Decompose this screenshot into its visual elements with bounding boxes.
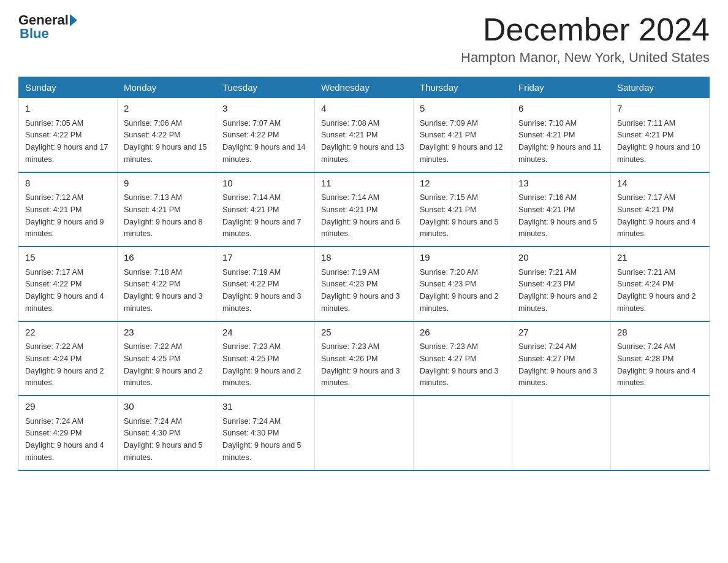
day-number: 20 bbox=[518, 251, 604, 265]
calendar-table: SundayMondayTuesdayWednesdayThursdayFrid… bbox=[18, 77, 710, 471]
day-number: 5 bbox=[420, 102, 506, 116]
day-number: 12 bbox=[420, 177, 506, 191]
calendar-cell: 1Sunrise: 7:05 AMSunset: 4:22 PMDaylight… bbox=[19, 98, 118, 172]
day-number: 14 bbox=[617, 177, 703, 191]
calendar-cell: 11Sunrise: 7:14 AMSunset: 4:21 PMDayligh… bbox=[315, 172, 414, 247]
header: General Blue December 2024 Hampton Manor… bbox=[18, 12, 710, 66]
day-info: Sunrise: 7:24 AMSunset: 4:28 PMDaylight:… bbox=[617, 342, 696, 387]
day-info: Sunrise: 7:23 AMSunset: 4:26 PMDaylight:… bbox=[321, 342, 400, 387]
day-of-week-header: Thursday bbox=[414, 77, 512, 98]
calendar-cell: 8Sunrise: 7:12 AMSunset: 4:21 PMDaylight… bbox=[19, 172, 118, 247]
day-info: Sunrise: 7:17 AMSunset: 4:21 PMDaylight:… bbox=[617, 193, 696, 238]
day-number: 30 bbox=[124, 400, 210, 414]
day-info: Sunrise: 7:18 AMSunset: 4:22 PMDaylight:… bbox=[124, 268, 203, 313]
day-info: Sunrise: 7:22 AMSunset: 4:25 PMDaylight:… bbox=[124, 342, 203, 387]
calendar-week-row: 1Sunrise: 7:05 AMSunset: 4:22 PMDaylight… bbox=[19, 98, 710, 172]
day-number: 7 bbox=[617, 102, 703, 116]
day-number: 8 bbox=[25, 177, 111, 191]
logo-triangle-icon bbox=[70, 14, 77, 26]
calendar-week-row: 22Sunrise: 7:22 AMSunset: 4:24 PMDayligh… bbox=[19, 321, 710, 396]
day-number: 19 bbox=[420, 251, 506, 265]
day-info: Sunrise: 7:14 AMSunset: 4:21 PMDaylight:… bbox=[222, 193, 301, 238]
location-title: Hampton Manor, New York, United States bbox=[461, 50, 710, 66]
calendar-cell bbox=[512, 396, 611, 470]
day-info: Sunrise: 7:14 AMSunset: 4:21 PMDaylight:… bbox=[321, 193, 400, 238]
calendar-cell bbox=[611, 396, 710, 470]
day-info: Sunrise: 7:13 AMSunset: 4:21 PMDaylight:… bbox=[124, 193, 203, 238]
day-info: Sunrise: 7:19 AMSunset: 4:22 PMDaylight:… bbox=[222, 268, 301, 313]
day-info: Sunrise: 7:12 AMSunset: 4:21 PMDaylight:… bbox=[25, 193, 104, 238]
day-info: Sunrise: 7:24 AMSunset: 4:29 PMDaylight:… bbox=[25, 417, 104, 462]
day-number: 27 bbox=[518, 326, 604, 340]
day-of-week-header: Friday bbox=[512, 77, 611, 98]
day-number: 21 bbox=[617, 251, 703, 265]
day-number: 11 bbox=[321, 177, 407, 191]
calendar-cell: 18Sunrise: 7:19 AMSunset: 4:23 PMDayligh… bbox=[315, 247, 414, 321]
day-number: 9 bbox=[124, 177, 210, 191]
day-number: 15 bbox=[25, 251, 111, 265]
logo-blue: Blue bbox=[18, 26, 49, 42]
calendar-cell: 23Sunrise: 7:22 AMSunset: 4:25 PMDayligh… bbox=[118, 321, 216, 396]
calendar-cell: 20Sunrise: 7:21 AMSunset: 4:23 PMDayligh… bbox=[512, 247, 611, 321]
day-info: Sunrise: 7:17 AMSunset: 4:22 PMDaylight:… bbox=[25, 268, 104, 313]
day-info: Sunrise: 7:19 AMSunset: 4:23 PMDaylight:… bbox=[321, 268, 400, 313]
day-number: 2 bbox=[124, 102, 210, 116]
day-info: Sunrise: 7:10 AMSunset: 4:21 PMDaylight:… bbox=[518, 119, 602, 164]
month-title: December 2024 bbox=[461, 12, 710, 47]
day-info: Sunrise: 7:23 AMSunset: 4:27 PMDaylight:… bbox=[420, 342, 499, 387]
calendar-header-row: SundayMondayTuesdayWednesdayThursdayFrid… bbox=[19, 77, 710, 98]
calendar-week-row: 15Sunrise: 7:17 AMSunset: 4:22 PMDayligh… bbox=[19, 247, 710, 321]
calendar-cell: 6Sunrise: 7:10 AMSunset: 4:21 PMDaylight… bbox=[512, 98, 611, 172]
calendar-cell: 24Sunrise: 7:23 AMSunset: 4:25 PMDayligh… bbox=[216, 321, 315, 396]
day-info: Sunrise: 7:24 AMSunset: 4:30 PMDaylight:… bbox=[222, 417, 301, 462]
day-number: 23 bbox=[124, 326, 210, 340]
calendar-cell: 2Sunrise: 7:06 AMSunset: 4:22 PMDaylight… bbox=[118, 98, 216, 172]
title-area: December 2024 Hampton Manor, New York, U… bbox=[461, 12, 710, 66]
day-info: Sunrise: 7:21 AMSunset: 4:23 PMDaylight:… bbox=[518, 268, 597, 313]
calendar-cell: 10Sunrise: 7:14 AMSunset: 4:21 PMDayligh… bbox=[216, 172, 315, 247]
calendar-cell: 16Sunrise: 7:18 AMSunset: 4:22 PMDayligh… bbox=[118, 247, 216, 321]
calendar-cell: 26Sunrise: 7:23 AMSunset: 4:27 PMDayligh… bbox=[414, 321, 512, 396]
calendar-cell: 19Sunrise: 7:20 AMSunset: 4:23 PMDayligh… bbox=[414, 247, 512, 321]
day-number: 31 bbox=[222, 400, 308, 414]
calendar-cell: 30Sunrise: 7:24 AMSunset: 4:30 PMDayligh… bbox=[118, 396, 216, 470]
day-number: 6 bbox=[518, 102, 604, 116]
calendar-cell: 14Sunrise: 7:17 AMSunset: 4:21 PMDayligh… bbox=[611, 172, 710, 247]
day-number: 29 bbox=[25, 400, 111, 414]
day-number: 3 bbox=[222, 102, 308, 116]
calendar-cell: 12Sunrise: 7:15 AMSunset: 4:21 PMDayligh… bbox=[414, 172, 512, 247]
day-of-week-header: Sunday bbox=[19, 77, 118, 98]
calendar-cell: 25Sunrise: 7:23 AMSunset: 4:26 PMDayligh… bbox=[315, 321, 414, 396]
day-info: Sunrise: 7:05 AMSunset: 4:22 PMDaylight:… bbox=[25, 119, 108, 164]
calendar-cell bbox=[414, 396, 512, 470]
calendar-cell bbox=[315, 396, 414, 470]
day-number: 24 bbox=[222, 326, 308, 340]
day-info: Sunrise: 7:22 AMSunset: 4:24 PMDaylight:… bbox=[25, 342, 104, 387]
calendar-cell: 28Sunrise: 7:24 AMSunset: 4:28 PMDayligh… bbox=[611, 321, 710, 396]
day-number: 1 bbox=[25, 102, 111, 116]
day-info: Sunrise: 7:08 AMSunset: 4:21 PMDaylight:… bbox=[321, 119, 404, 164]
day-info: Sunrise: 7:06 AMSunset: 4:22 PMDaylight:… bbox=[124, 119, 207, 164]
day-info: Sunrise: 7:21 AMSunset: 4:24 PMDaylight:… bbox=[617, 268, 696, 313]
day-info: Sunrise: 7:16 AMSunset: 4:21 PMDaylight:… bbox=[518, 193, 597, 238]
calendar-cell: 13Sunrise: 7:16 AMSunset: 4:21 PMDayligh… bbox=[512, 172, 611, 247]
day-info: Sunrise: 7:07 AMSunset: 4:22 PMDaylight:… bbox=[222, 119, 306, 164]
calendar-cell: 21Sunrise: 7:21 AMSunset: 4:24 PMDayligh… bbox=[611, 247, 710, 321]
day-info: Sunrise: 7:20 AMSunset: 4:23 PMDaylight:… bbox=[420, 268, 499, 313]
calendar-cell: 22Sunrise: 7:22 AMSunset: 4:24 PMDayligh… bbox=[19, 321, 118, 396]
day-number: 28 bbox=[617, 326, 703, 340]
calendar-cell: 17Sunrise: 7:19 AMSunset: 4:22 PMDayligh… bbox=[216, 247, 315, 321]
calendar-cell: 4Sunrise: 7:08 AMSunset: 4:21 PMDaylight… bbox=[315, 98, 414, 172]
calendar-cell: 29Sunrise: 7:24 AMSunset: 4:29 PMDayligh… bbox=[19, 396, 118, 470]
calendar-week-row: 8Sunrise: 7:12 AMSunset: 4:21 PMDaylight… bbox=[19, 172, 710, 247]
day-number: 26 bbox=[420, 326, 506, 340]
day-info: Sunrise: 7:09 AMSunset: 4:21 PMDaylight:… bbox=[420, 119, 503, 164]
calendar-cell: 7Sunrise: 7:11 AMSunset: 4:21 PMDaylight… bbox=[611, 98, 710, 172]
calendar-cell: 15Sunrise: 7:17 AMSunset: 4:22 PMDayligh… bbox=[19, 247, 118, 321]
day-number: 22 bbox=[25, 326, 111, 340]
calendar-cell: 3Sunrise: 7:07 AMSunset: 4:22 PMDaylight… bbox=[216, 98, 315, 172]
day-of-week-header: Wednesday bbox=[315, 77, 414, 98]
day-number: 13 bbox=[518, 177, 604, 191]
calendar-cell: 9Sunrise: 7:13 AMSunset: 4:21 PMDaylight… bbox=[118, 172, 216, 247]
calendar-week-row: 29Sunrise: 7:24 AMSunset: 4:29 PMDayligh… bbox=[19, 396, 710, 470]
